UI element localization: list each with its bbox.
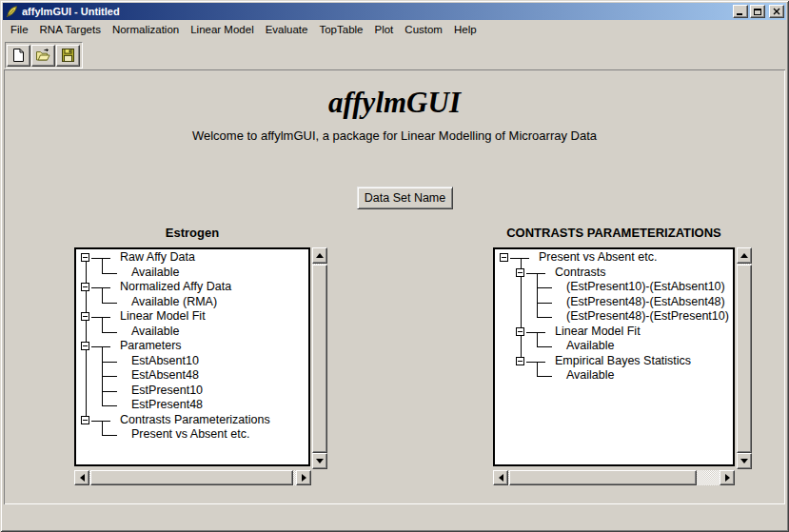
scrollbar-thumb[interactable] <box>312 265 327 453</box>
tree-expand-toggle[interactable] <box>500 253 508 262</box>
arrow-down-icon <box>316 459 324 463</box>
tree-node-label[interactable]: EstPresent48 <box>131 398 203 412</box>
tree-connector-line <box>91 258 110 259</box>
right-tree-vertical-scrollbar[interactable] <box>737 247 752 469</box>
menu-rna-targets[interactable]: RNA Targets <box>34 22 107 37</box>
tree-node-label[interactable]: Available <box>131 325 180 339</box>
tree-node-label[interactable]: Available <box>131 266 180 280</box>
tree-expand-toggle[interactable] <box>516 357 524 365</box>
scroll-left-button[interactable] <box>74 470 89 485</box>
scroll-up-button[interactable] <box>312 247 327 264</box>
tree-node-label[interactable]: Available <box>566 339 615 353</box>
menu-toptable[interactable]: TopTable <box>313 22 368 37</box>
close-icon <box>773 8 780 15</box>
arrow-left-icon <box>80 474 85 482</box>
menu-help[interactable]: Help <box>448 22 483 37</box>
tree-node-label[interactable]: EstAbsent48 <box>131 368 199 383</box>
tree-expand-toggle[interactable] <box>516 268 524 277</box>
tree-node-label[interactable]: Present vs Absent etc. <box>131 427 249 442</box>
tree-expand-toggle[interactable] <box>81 312 89 321</box>
window-title: affylmGUI - Untitled <box>22 6 731 17</box>
tree-node-label[interactable]: (EstPresent10)-(EstAbsent10) <box>566 280 725 294</box>
tree-connector-line <box>526 362 545 363</box>
tree-node-label[interactable]: Contrasts Parameterizations <box>120 413 270 427</box>
left-tree-canvas: Raw Affy DataAvailableNormalized Affy Da… <box>74 247 310 466</box>
minimize-button[interactable] <box>733 5 748 18</box>
minimize-icon <box>737 13 742 15</box>
tree-expand-toggle[interactable] <box>81 416 89 424</box>
tree-node-label[interactable]: Available (RMA) <box>131 295 217 309</box>
right-tree-title: CONTRASTS PARAMETERIZATIONS <box>493 226 735 241</box>
save-file-button[interactable] <box>56 45 80 67</box>
tree-connector-line <box>102 376 117 377</box>
tree-expand-toggle[interactable] <box>81 283 89 291</box>
menu-linear-model[interactable]: Linear Model <box>185 22 259 37</box>
menu-bar: FileRNA TargetsNormalizationLinear Model… <box>3 20 786 39</box>
menu-custom[interactable]: Custom <box>399 22 448 37</box>
tree-node-label[interactable]: Raw Affy Data <box>120 250 195 265</box>
scroll-left-button[interactable] <box>493 470 508 485</box>
save-file-icon <box>60 48 76 63</box>
tree-connector-line <box>537 332 538 346</box>
tree-node-label[interactable]: Normalized Affy Data <box>120 280 231 294</box>
maximize-icon <box>754 9 761 15</box>
tree-connector-line <box>91 421 110 422</box>
tree-node-label[interactable]: EstAbsent10 <box>131 354 199 368</box>
tree-connector-line <box>537 317 552 318</box>
right-tree-horizontal-scrollbar[interactable] <box>493 470 735 485</box>
right-tree-canvas: Present vs Absent etc.Contrasts(EstPrese… <box>493 247 735 466</box>
tree-node-label[interactable]: Linear Model Fit <box>555 325 641 339</box>
tree-node-label[interactable]: Linear Model Fit <box>120 309 206 324</box>
menu-evaluate[interactable]: Evaluate <box>260 22 314 37</box>
tree-connector-line <box>102 421 103 435</box>
app-title: affylmGUI <box>4 86 785 120</box>
tree-node-label[interactable]: (EstPresent48)-(EstAbsent48) <box>566 295 725 309</box>
tree-expand-toggle[interactable] <box>81 342 89 350</box>
menu-file[interactable]: File <box>5 22 34 37</box>
scroll-down-button[interactable] <box>737 453 752 469</box>
arrow-down-icon <box>740 459 748 463</box>
tree-node-label[interactable]: Available <box>566 368 615 383</box>
scroll-right-button[interactable] <box>720 470 735 485</box>
left-tree-title: Estrogen <box>74 226 310 241</box>
data-set-name-button[interactable]: Data Set Name <box>357 187 453 209</box>
tree-node-label[interactable]: Contrasts <box>555 266 606 280</box>
tree-node-label[interactable]: Present vs Absent etc. <box>539 250 657 265</box>
tree-node-label[interactable]: (EstPresent48)-(EstPresent10) <box>566 309 729 324</box>
new-file-button[interactable] <box>7 45 30 67</box>
welcome-text: Welcome to affylmGUI, a package for Line… <box>4 128 785 143</box>
arrow-up-icon <box>316 253 324 258</box>
toolbar <box>5 42 83 69</box>
open-file-button[interactable] <box>31 45 55 67</box>
tree-connector-line <box>102 273 117 274</box>
menu-plot[interactable]: Plot <box>369 22 400 37</box>
scroll-down-button[interactable] <box>312 453 327 469</box>
scrollbar-thumb[interactable] <box>737 265 752 453</box>
scrollbar-thumb[interactable] <box>509 470 697 485</box>
new-file-icon <box>10 48 27 63</box>
scrollbar-thumb[interactable] <box>90 470 293 485</box>
tree-expand-toggle[interactable] <box>81 253 89 262</box>
tree-connector-line <box>526 273 545 274</box>
tree-connector-line <box>91 346 110 347</box>
tree-connector-line <box>102 435 117 436</box>
scroll-right-button[interactable] <box>296 470 311 485</box>
tree-node-label[interactable]: EstPresent10 <box>131 384 203 398</box>
tree-connector-line <box>102 391 117 392</box>
maximize-button[interactable] <box>750 5 765 18</box>
tree-connector-line <box>537 287 552 288</box>
application-window: affylmGUI - Untitled FileRNA TargetsNorm… <box>0 0 789 532</box>
tree-connector-line <box>91 317 110 318</box>
arrow-right-icon <box>302 474 306 482</box>
close-button[interactable] <box>769 5 784 18</box>
title-bar[interactable]: affylmGUI - Untitled <box>3 3 786 20</box>
tree-node-label[interactable]: Empirical Bayes Statistics <box>555 354 691 368</box>
scroll-up-button[interactable] <box>737 247 752 264</box>
tree-expand-toggle[interactable] <box>516 327 524 336</box>
tree-connector-line <box>91 287 110 288</box>
left-tree-horizontal-scrollbar[interactable] <box>74 470 311 485</box>
tree-node-label[interactable]: Parameters <box>120 339 182 353</box>
menu-normalization[interactable]: Normalization <box>107 22 185 37</box>
left-tree-vertical-scrollbar[interactable] <box>312 247 327 469</box>
tree-connector-line <box>102 362 117 363</box>
